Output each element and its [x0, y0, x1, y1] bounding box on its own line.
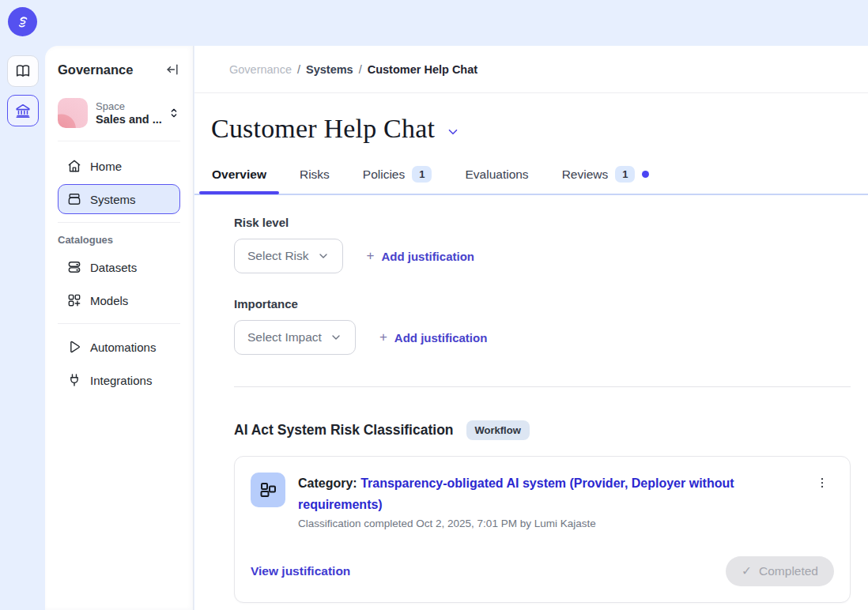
breadcrumb: Governance / Systems / Customer Help Cha…: [194, 46, 868, 93]
sidebar-item-label: Integrations: [90, 374, 152, 387]
main-panel: Governance / Systems / Customer Help Cha…: [194, 46, 868, 610]
collapse-sidebar-icon[interactable]: [164, 62, 180, 77]
select-value: Select Risk: [247, 249, 309, 263]
sidebar-item-integrations[interactable]: Integrations: [58, 365, 180, 395]
classification-heading: AI Act System Risk Classification: [234, 422, 454, 439]
tab-label: Policies: [363, 168, 405, 182]
classification-card: Category: Transparency-obligated AI syst…: [234, 456, 851, 603]
select-value: Select Impact: [247, 330, 322, 345]
automations-icon: [66, 339, 82, 355]
rail-governance-button[interactable]: [7, 95, 39, 126]
breadcrumb-root[interactable]: Governance: [229, 63, 292, 76]
models-icon: [66, 292, 82, 308]
risk-level-select[interactable]: Select Risk: [234, 239, 343, 273]
system-title-row[interactable]: Customer Help Chat: [194, 93, 868, 152]
category-value-link[interactable]: Transparency-obligated AI system (Provid…: [298, 476, 734, 511]
add-link-label: Add justification: [381, 250, 474, 263]
tab-bar: Overview Risks Policies 1 Evaluations Re…: [194, 152, 868, 195]
notification-dot: [642, 171, 649, 178]
sidebar-item-label: Automations: [90, 341, 156, 354]
saidot-logo-icon: [14, 13, 32, 31]
category-icon: [251, 473, 285, 507]
plus-icon: +: [379, 329, 387, 345]
tab-policies[interactable]: Policies 1: [363, 160, 432, 194]
sidebar-item-systems[interactable]: Systems: [58, 184, 180, 214]
tab-overview[interactable]: Overview: [212, 161, 266, 193]
classification-meta: Classification completed Oct 2, 2025, 7:…: [298, 518, 798, 529]
add-risk-justification-link[interactable]: + Add justification: [367, 248, 474, 264]
breadcrumb-current: Customer Help Chat: [368, 63, 477, 76]
rail-docs-button[interactable]: [7, 55, 39, 87]
check-icon: ✓: [742, 564, 752, 578]
importance-select[interactable]: Select Impact: [234, 320, 356, 355]
tab-label: Risks: [300, 168, 330, 182]
chevron-down-icon[interactable]: [446, 125, 460, 139]
chevron-down-icon: [317, 250, 330, 262]
breadcrumb-separator: /: [297, 63, 300, 76]
home-icon: [66, 158, 82, 174]
sidebar-divider: [58, 222, 180, 223]
workflow-badge: Workflow: [466, 420, 530, 440]
integrations-icon: [66, 372, 82, 388]
category-line: Category: Transparency-obligated AI syst…: [298, 473, 798, 515]
app-logo[interactable]: [8, 7, 37, 36]
chevron-down-icon: [330, 331, 342, 344]
space-name: Sales and ...: [96, 113, 160, 126]
sidebar-item-label: Models: [90, 294, 128, 307]
policies-count-badge: 1: [412, 166, 432, 183]
sidebar-title: Governance: [58, 62, 133, 77]
tab-reviews[interactable]: Reviews 1: [562, 160, 650, 194]
sidebar-item-home[interactable]: Home: [58, 151, 180, 181]
space-label: Space: [96, 100, 160, 113]
systems-icon: [66, 191, 82, 207]
bank-icon: [14, 102, 32, 119]
completed-label: Completed: [759, 564, 818, 578]
sidebar-item-datasets[interactable]: Datasets: [58, 252, 180, 282]
tab-label: Evaluations: [465, 168, 528, 182]
tab-evaluations[interactable]: Evaluations: [465, 161, 528, 193]
reviews-count-badge: 1: [615, 166, 635, 183]
view-justification-link[interactable]: View justification: [251, 564, 350, 578]
sidebar: Governance Space Sales and ... Home: [45, 46, 194, 610]
catalogues-section-label: Catalogues: [58, 234, 180, 246]
add-importance-justification-link[interactable]: + Add justification: [379, 329, 487, 345]
sidebar-divider: [58, 323, 180, 324]
sidebar-item-label: Systems: [90, 193, 136, 206]
add-link-label: Add justification: [394, 331, 488, 345]
overview-content: Risk level Select Risk + Add justificati…: [194, 195, 868, 603]
tab-label: Reviews: [562, 168, 609, 182]
page-title: Customer Help Chat: [211, 114, 435, 144]
completed-status-button[interactable]: ✓ Completed: [726, 556, 834, 586]
space-selector[interactable]: Space Sales and ...: [58, 98, 180, 141]
book-icon: [14, 62, 32, 80]
chevron-up-down-icon: [168, 107, 180, 119]
sidebar-item-automations[interactable]: Automations: [58, 332, 180, 362]
category-label: Category:: [298, 476, 357, 490]
sidebar-item-label: Home: [90, 160, 122, 173]
tab-risks[interactable]: Risks: [300, 161, 330, 193]
tab-label: Overview: [212, 168, 266, 182]
plus-icon: +: [367, 248, 375, 264]
breadcrumb-systems[interactable]: Systems: [306, 63, 353, 76]
datasets-icon: [66, 259, 82, 275]
sidebar-item-label: Datasets: [90, 261, 137, 274]
importance-label: Importance: [234, 297, 848, 311]
breadcrumb-separator: /: [359, 63, 362, 76]
section-divider: [234, 386, 851, 387]
icon-rail: [0, 46, 45, 610]
kebab-menu-icon[interactable]: [810, 473, 834, 493]
risk-level-label: Risk level: [234, 216, 848, 229]
space-avatar: [58, 98, 88, 128]
sidebar-item-models[interactable]: Models: [58, 285, 180, 315]
